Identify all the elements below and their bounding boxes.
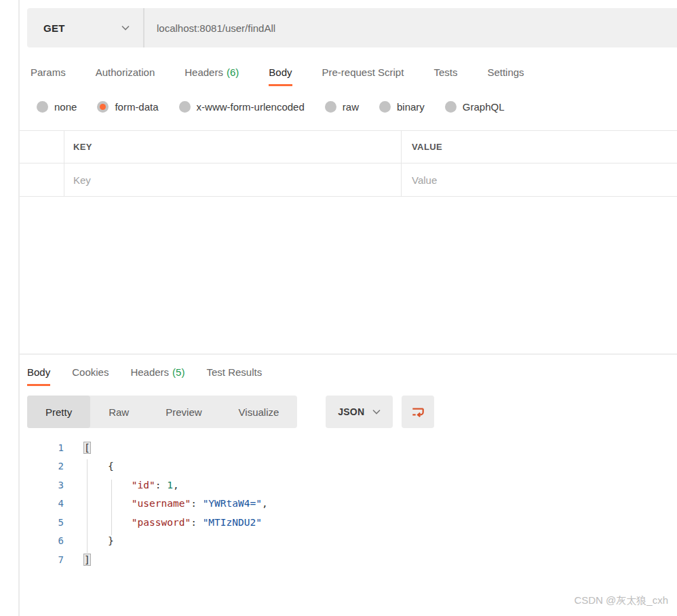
code-text: "username": "YWRtaW4=", <box>64 498 268 509</box>
tab-pre-request-script[interactable]: Pre-request Script <box>322 62 404 86</box>
value-cell <box>402 163 677 196</box>
row-select-cell[interactable] <box>20 163 64 196</box>
line-number: 6 <box>20 535 64 546</box>
code-token <box>84 498 132 509</box>
key-input[interactable] <box>73 174 385 186</box>
method-dropdown[interactable]: GET <box>27 8 144 47</box>
json-key: "username" <box>132 498 191 509</box>
panel-content: GET Params Authorization Headers(6) Body… <box>18 0 677 616</box>
wrap-text-icon <box>410 404 425 419</box>
indent-guide <box>111 480 112 535</box>
format-label: JSON <box>338 406 364 417</box>
code-token: { <box>84 461 114 471</box>
tab-settings[interactable]: Settings <box>487 62 524 86</box>
chevron-down-icon <box>372 409 381 415</box>
code-line: 5 "password": "MTIzNDU2" <box>20 513 677 532</box>
response-view-bar: Pretty Raw Preview Visualize JSON <box>27 396 434 428</box>
radio-icon <box>37 101 48 113</box>
radio-label: none <box>54 101 77 113</box>
tab-label: Tests <box>433 66 457 78</box>
json-key: "password" <box>132 517 191 528</box>
code-text: [ <box>64 442 90 453</box>
url-input[interactable] <box>144 8 677 47</box>
wrap-text-button[interactable] <box>402 396 434 428</box>
radio-label: form-data <box>115 101 158 113</box>
row-select-cell <box>20 131 64 163</box>
code-line: 7 ] <box>20 550 677 569</box>
radio-icon <box>325 101 336 113</box>
line-number: 1 <box>20 442 64 453</box>
line-number: 7 <box>20 554 64 565</box>
headers-count-badge: (6) <box>227 66 239 78</box>
view-visualize[interactable]: Visualize <box>220 396 298 428</box>
radio-label: GraphQL <box>463 101 505 113</box>
radio-label: binary <box>397 101 425 113</box>
tab-label: Authorization <box>96 66 155 78</box>
code-token: : <box>191 517 202 528</box>
response-tab-test-results[interactable]: Test Results <box>206 362 262 386</box>
table-header-row: KEY VALUE <box>20 130 677 163</box>
tab-authorization[interactable]: Authorization <box>96 62 155 86</box>
code-line: 3 "id": 1, <box>20 476 677 495</box>
request-url-bar: GET <box>27 8 677 47</box>
json-key: "id" <box>132 480 155 490</box>
code-line: 1 [ <box>20 438 677 457</box>
request-tabs: Params Authorization Headers(6) Body Pre… <box>31 62 554 86</box>
response-section-divider <box>20 353 677 355</box>
response-tab-headers[interactable]: Headers(5) <box>130 362 185 386</box>
tab-label: Settings <box>487 66 524 78</box>
radio-selected-icon <box>97 101 109 113</box>
code-text: "password": "MTIzNDU2" <box>64 517 262 528</box>
bracket-highlight: [ <box>84 442 90 453</box>
code-token <box>84 517 132 528</box>
tab-label: Test Results <box>206 366 262 378</box>
code-line: 6 } <box>20 532 677 551</box>
code-token: , <box>173 480 179 490</box>
radio-graphql[interactable]: GraphQL <box>445 101 505 113</box>
tab-label: Cookies <box>72 366 109 378</box>
view-preview[interactable]: Preview <box>147 396 220 428</box>
view-pretty[interactable]: Pretty <box>27 396 90 428</box>
response-tab-cookies[interactable]: Cookies <box>72 362 109 386</box>
radio-icon <box>445 101 457 113</box>
radio-none[interactable]: none <box>37 101 77 113</box>
tab-label: Headers <box>185 66 223 78</box>
line-number: 3 <box>20 480 64 490</box>
code-token: } <box>84 535 114 546</box>
form-data-table: KEY VALUE <box>20 130 677 197</box>
tab-headers[interactable]: Headers(6) <box>185 62 239 86</box>
radio-binary[interactable]: binary <box>379 101 425 113</box>
key-column-header: KEY <box>64 131 402 163</box>
format-dropdown[interactable]: JSON <box>326 396 393 428</box>
tab-body[interactable]: Body <box>269 62 292 86</box>
response-tabs: Body Cookies Headers(5) Test Results <box>27 362 284 386</box>
tab-label: Headers <box>130 366 169 378</box>
response-body-code[interactable]: 1 [ 2 { 3 "id": 1, 4 "username": "YWRtaW… <box>20 438 677 581</box>
body-type-selector: none form-data x-www-form-urlencoded raw… <box>37 101 525 113</box>
line-number: 4 <box>20 498 64 509</box>
radio-raw[interactable]: raw <box>325 101 359 113</box>
tab-tests[interactable]: Tests <box>433 62 457 86</box>
view-raw[interactable]: Raw <box>90 396 147 428</box>
tab-label: Body <box>27 366 50 378</box>
response-tab-body[interactable]: Body <box>27 362 50 386</box>
code-token: , <box>262 498 268 509</box>
key-cell <box>64 163 402 196</box>
tab-label: Pre-request Script <box>322 66 404 78</box>
value-input[interactable] <box>412 174 663 186</box>
json-string: "MTIzNDU2" <box>203 517 262 528</box>
tab-params[interactable]: Params <box>31 62 66 86</box>
radio-icon <box>179 101 191 113</box>
line-number: 5 <box>20 517 64 528</box>
code-text: } <box>64 535 114 546</box>
bracket-highlight: ] <box>84 554 90 565</box>
code-text: ] <box>64 554 90 565</box>
radio-x-www-form-urlencoded[interactable]: x-www-form-urlencoded <box>179 101 305 113</box>
code-token: : <box>155 480 167 490</box>
radio-form-data[interactable]: form-data <box>97 101 158 113</box>
tab-label: Body <box>269 66 292 78</box>
code-line: 2 { <box>20 457 677 476</box>
code-token: : <box>191 498 202 509</box>
code-text: "id": 1, <box>64 480 179 490</box>
response-headers-count-badge: (5) <box>172 366 185 378</box>
